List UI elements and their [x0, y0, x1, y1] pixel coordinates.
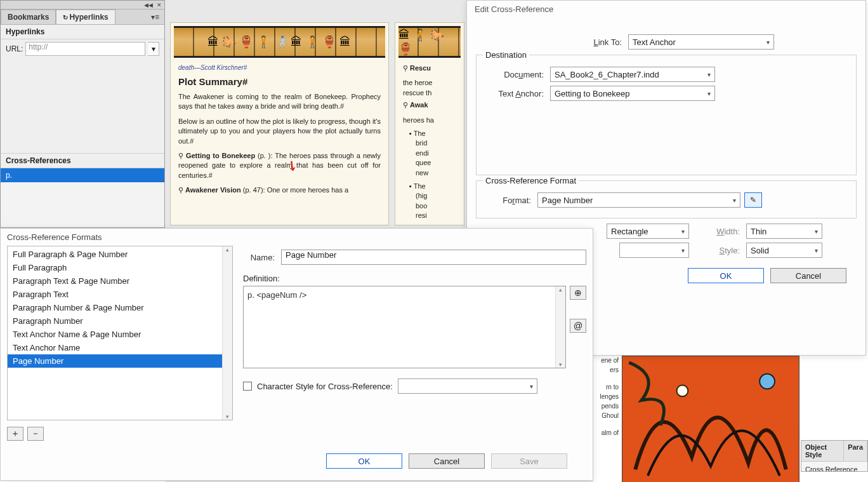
chevron-down-icon: ▾ — [815, 247, 818, 254]
insert-building-block-button[interactable]: ⊕ — [570, 286, 586, 300]
format-list-item[interactable]: Text Anchor Name & Page Number — [8, 328, 232, 341]
close-panel-icon[interactable]: ✕ — [157, 2, 162, 8]
chevron-down-icon: ▾ — [733, 197, 736, 204]
page-right: 🏛 🧍 🐎 🏺 ⚲ Rescu the heroe rescue th ⚲ Aw… — [395, 22, 464, 225]
paragraph-2: Below is an outline of how the plot is l… — [178, 117, 381, 146]
bullet-awakener-vision: ⚲ Awakener Vision (p. 47): One or more h… — [178, 185, 381, 195]
edit-format-button[interactable]: ✎ — [744, 192, 762, 208]
format-list-item[interactable]: Full Paragraph & Page Number — [8, 248, 232, 261]
bullet-getting-to-bonekeep: ⚲ Getting to Bonekeep (p. ): The heroes … — [178, 151, 381, 180]
svg-point-2 — [677, 385, 688, 397]
width-select[interactable]: Thin▾ — [746, 224, 822, 239]
chevron-down-icon: ▾ — [707, 71, 711, 78]
minus-icon: － — [31, 428, 40, 439]
blank-select-1[interactable]: ▾ — [619, 243, 689, 258]
panel-flyout-menu-icon[interactable]: ▾≡ — [146, 10, 164, 24]
ok-button[interactable]: OK — [326, 453, 402, 469]
style-select[interactable]: Solid▾ — [746, 243, 822, 258]
url-input[interactable]: http:// — [25, 42, 145, 56]
tab-hyperlinks[interactable]: ↻Hyperlinks — [56, 10, 115, 24]
scrollbar[interactable]: ▴▾ — [555, 286, 565, 368]
format-list-item[interactable]: Paragraph Text & Page Number — [8, 274, 232, 288]
chevron-down-icon: ▾ — [152, 44, 155, 53]
shape-select[interactable]: Rectangle▾ — [607, 224, 689, 239]
page-left: 🏛 🐎 🏺 🧍 🤺 🏛 🧍 🏺 🏛 death—Scott Kirschner#… — [170, 22, 389, 225]
format-list: Full Paragraph & Page NumberFull Paragra… — [7, 246, 233, 420]
format-list-item[interactable]: Paragraph Text — [8, 288, 232, 301]
remove-format-button[interactable]: － — [27, 427, 44, 441]
save-button[interactable]: Save — [491, 453, 567, 469]
char-style-select[interactable]: ▾ — [398, 378, 537, 394]
tab-bookmarks[interactable]: Bookmarks — [1, 10, 56, 24]
right-sub: ▪ The — [409, 129, 456, 138]
svg-point-1 — [760, 374, 775, 389]
char-style-checkbox[interactable] — [243, 382, 252, 391]
right-awak-line: ⚲ Awak — [403, 100, 456, 110]
paragraph-1: The Awakener is coming to the realm of B… — [178, 92, 381, 112]
format-label: Format: — [480, 196, 537, 205]
add-format-button[interactable]: ＋ — [7, 427, 23, 441]
ok-button[interactable]: OK — [688, 268, 764, 283]
right-sub: boo — [409, 201, 456, 211]
name-input[interactable]: Page Number — [281, 250, 586, 265]
link-to-label: Link To: — [558, 37, 628, 47]
chevron-down-icon: ▾ — [707, 90, 711, 97]
object-style-row[interactable]: Cross Reference Tex — [801, 462, 867, 472]
definition-textarea[interactable]: p. <pageNum /> ▴▾ — [243, 286, 566, 368]
text-anchor-select[interactable]: Getting to Bonekeep▾ — [550, 86, 715, 101]
page-illustration — [622, 356, 799, 482]
cross-reference-item[interactable]: p. — [1, 168, 164, 182]
plus-icon: ＋ — [11, 428, 20, 439]
chevron-down-icon: ▾ — [530, 383, 533, 390]
format-list-item[interactable]: Page Number — [8, 354, 232, 368]
tab-para[interactable]: Para — [844, 441, 867, 461]
insert-special-char-button[interactable]: @ — [570, 319, 586, 333]
chevron-down-icon: ▾ — [766, 39, 770, 46]
format-list-item[interactable]: Full Paragraph — [8, 261, 232, 274]
at-icon: @ — [574, 321, 582, 331]
pencil-icon: ✎ — [750, 196, 756, 204]
right-sub: resi — [409, 211, 456, 220]
chevron-down-icon: ▾ — [815, 228, 818, 235]
frieze-ornament-right: 🏛 🧍 🐎 🏺 — [398, 26, 461, 58]
xref-format-legend: Cross-Reference Format — [483, 176, 579, 185]
url-dropdown-button[interactable]: ▾ — [148, 42, 159, 56]
format-list-item[interactable]: Text Anchor Name — [8, 341, 232, 354]
right-sub: new — [409, 168, 456, 178]
url-label: URL: — [6, 44, 23, 53]
right-line: rescue th — [403, 88, 456, 98]
plus-block-icon: ⊕ — [574, 288, 582, 298]
panel-top-strip: ◀◀ ✕ — [1, 1, 164, 10]
cancel-button[interactable]: Cancel — [409, 453, 485, 469]
cross-reference-formats-dialog: Cross-Reference Formats Full Paragraph &… — [0, 228, 593, 481]
chevron-down-icon: ▾ — [681, 228, 685, 235]
right-sub: ▪ The — [409, 182, 456, 191]
char-style-label: Character Style for Cross-Reference: — [257, 382, 393, 391]
style-label: Style: — [689, 246, 746, 255]
width-label: Width: — [689, 227, 746, 236]
destination-legend: Destination — [483, 50, 529, 60]
scrollbar[interactable]: ▴▾ — [222, 246, 232, 420]
right-sub: quee — [409, 158, 456, 168]
chevron-down-icon: ▾ — [681, 247, 685, 254]
cross-references-list: p. — [1, 168, 164, 182]
text-anchor-label: Text Anchor: — [480, 89, 550, 98]
hyperlinks-empty-area — [1, 58, 164, 154]
format-list-item[interactable]: Paragraph Number — [8, 314, 232, 328]
collapse-icon[interactable]: ◀◀ — [144, 2, 153, 8]
hyperlinks-panel: ◀◀ ✕ Bookmarks ↻Hyperlinks ▾≡ Hyperlinks… — [0, 0, 165, 228]
tab-object-style[interactable]: Object Style — [801, 441, 844, 461]
right-rescue-line: ⚲ Rescu — [403, 64, 456, 73]
name-label: Name: — [243, 253, 281, 262]
right-sub: (hig — [409, 191, 456, 201]
document-select[interactable]: SA_Book2_6_Chapter7.indd▾ — [550, 67, 715, 82]
cancel-button[interactable]: Cancel — [770, 268, 846, 283]
destination-fieldset: Destination Document: SA_Book2_6_Chapter… — [476, 55, 857, 175]
frieze-ornament-left: 🏛 🐎 🏺 🧍 🤺 🏛 🧍 🏺 🏛 — [174, 26, 385, 58]
format-select[interactable]: Page Number▾ — [537, 192, 740, 208]
link-to-select[interactable]: Text Anchor▾ — [628, 34, 774, 50]
format-list-item[interactable]: Paragraph Number & Page Number — [8, 301, 232, 314]
cross-reference-format-fieldset: Cross-Reference Format Format: Page Numb… — [476, 180, 857, 218]
cross-references-section-header: Cross-References — [1, 154, 164, 168]
plot-summary-heading: Plot Summary# — [178, 75, 381, 88]
